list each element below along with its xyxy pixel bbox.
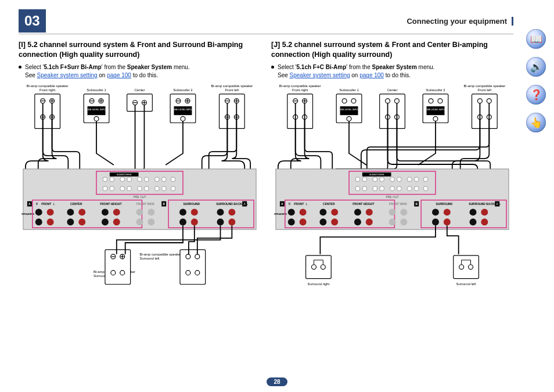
svg-point-238 xyxy=(389,218,396,225)
bullet-left: Select '5.1ch F+Surr Bi-Amp' from the Sp… xyxy=(19,63,261,80)
link-speaker-setting[interactable]: Speaker system setting xyxy=(290,72,350,78)
svg-text:Bi-amp compatible speaker: Bi-amp compatible speaker xyxy=(279,84,321,88)
svg-point-99 xyxy=(67,208,74,215)
nav-manual-icon[interactable]: 📖 xyxy=(526,29,546,49)
svg-text:R: R xyxy=(289,203,291,206)
svg-text:Subwoofer 1: Subwoofer 1 xyxy=(339,88,359,92)
svg-point-105 xyxy=(102,218,109,225)
svg-point-109 xyxy=(136,218,143,225)
speaker-icon: 🔊 xyxy=(530,61,542,73)
svg-point-141 xyxy=(195,270,200,275)
question-icon: ❓ xyxy=(530,89,542,101)
svg-text:SUBWOOFER: SUBWOOFER xyxy=(369,173,384,176)
svg-point-117 xyxy=(217,218,224,225)
svg-point-236 xyxy=(389,208,396,215)
svg-point-206 xyxy=(423,186,428,190)
nav-index-icon[interactable]: 👆 xyxy=(526,113,546,132)
side-nav: 📖 🔊 ❓ 👆 xyxy=(526,29,546,132)
svg-point-229 xyxy=(331,208,338,215)
nav-help-icon[interactable]: ❓ xyxy=(526,85,546,105)
receiver-panel: PRE OUT SUBWOOFER xyxy=(21,169,256,229)
svg-point-115 xyxy=(217,208,224,215)
svg-point-175 xyxy=(438,99,443,103)
svg-point-70 xyxy=(110,186,114,190)
svg-text:FRONT: FRONT xyxy=(294,203,304,206)
svg-point-71 xyxy=(120,186,125,190)
svg-point-134 xyxy=(120,270,125,275)
svg-point-200 xyxy=(373,186,377,190)
svg-point-60 xyxy=(103,177,107,182)
svg-text:FRONT HEIGHT: FRONT HEIGHT xyxy=(352,203,374,206)
svg-rect-29 xyxy=(127,94,153,112)
svg-point-107 xyxy=(136,208,143,215)
svg-text:FRONT: FRONT xyxy=(41,203,51,206)
svg-text:Subwoofer 2: Subwoofer 2 xyxy=(426,88,445,92)
svg-point-230 xyxy=(319,218,326,225)
svg-text:Surround left: Surround left xyxy=(139,257,159,260)
svg-point-239 xyxy=(400,218,407,225)
link-page-100[interactable]: page 100 xyxy=(107,72,131,78)
svg-text:SURROUND: SURROUND xyxy=(184,203,200,206)
svg-text:Bi-amp compatible speaker: Bi-amp compatible speaker xyxy=(211,84,253,88)
svg-point-161 xyxy=(342,99,347,103)
svg-point-64 xyxy=(138,177,142,182)
svg-point-72 xyxy=(127,186,132,190)
svg-point-69 xyxy=(103,186,107,190)
svg-point-255 xyxy=(459,264,464,269)
svg-point-63 xyxy=(127,177,132,182)
svg-text:Surround left: Surround left xyxy=(456,282,476,286)
svg-point-195 xyxy=(407,177,412,182)
svg-text:SURROUND BACK: SURROUND BACK xyxy=(216,203,242,206)
link-page-100[interactable]: page 100 xyxy=(359,72,384,78)
svg-point-241 xyxy=(444,208,451,215)
svg-point-196 xyxy=(414,177,419,182)
svg-point-138 xyxy=(195,254,200,259)
book-icon: 📖 xyxy=(530,33,542,45)
svg-point-243 xyxy=(444,218,451,225)
svg-text:LINE LEVEL INPUT: LINE LEVEL INPUT xyxy=(172,107,193,110)
svg-point-76 xyxy=(161,186,166,190)
nav-device-icon[interactable]: 🔊 xyxy=(526,57,546,77)
svg-text:LINE LEVEL INPUT: LINE LEVEL INPUT xyxy=(425,107,446,110)
svg-text:Low: Low xyxy=(390,121,395,124)
svg-point-256 xyxy=(469,264,473,269)
svg-point-103 xyxy=(102,208,109,215)
svg-point-168 xyxy=(394,99,399,103)
svg-point-189 xyxy=(355,177,360,182)
svg-point-68 xyxy=(171,177,175,182)
svg-text:A: A xyxy=(28,203,31,206)
svg-point-94 xyxy=(47,208,54,215)
svg-point-108 xyxy=(148,208,154,215)
svg-text:Front left: Front left xyxy=(225,88,239,92)
bullet-right: Select '5.1ch F+C Bi-Amp' from the Speak… xyxy=(271,63,513,80)
svg-point-223 xyxy=(300,208,307,215)
svg-point-113 xyxy=(179,218,186,225)
svg-point-100 xyxy=(78,208,85,215)
svg-text:Low: Low xyxy=(190,276,196,279)
svg-point-252 xyxy=(312,264,316,269)
svg-point-96 xyxy=(47,218,54,225)
svg-point-140 xyxy=(186,270,190,275)
svg-point-204 xyxy=(407,186,412,190)
svg-point-231 xyxy=(331,218,338,225)
svg-point-162 xyxy=(351,99,356,103)
svg-point-181 xyxy=(487,99,491,103)
svg-text:Low: Low xyxy=(229,121,235,124)
svg-point-167 xyxy=(386,99,390,103)
svg-point-93 xyxy=(35,208,42,215)
bullet-dot-icon xyxy=(271,66,274,69)
speaker-center xyxy=(127,94,153,112)
svg-text:Low: Low xyxy=(297,121,303,124)
wiring-diagram-i: Bi-amp compatible speakerFront right Sub… xyxy=(19,82,261,313)
svg-point-203 xyxy=(397,186,401,190)
svg-point-242 xyxy=(432,218,439,225)
svg-point-205 xyxy=(414,186,419,190)
svg-point-178 xyxy=(433,116,438,121)
subwoofer-1: LINE LEVEL INPUT xyxy=(84,94,109,123)
svg-point-114 xyxy=(191,218,198,225)
svg-text:High: High xyxy=(189,261,196,264)
svg-text:FRONT WIDE: FRONT WIDE xyxy=(136,203,155,206)
link-speaker-setting[interactable]: Speaker system setting xyxy=(37,72,98,78)
svg-point-118 xyxy=(228,218,235,225)
svg-text:Bi-amp compatible speaker: Bi-amp compatible speaker xyxy=(139,253,181,256)
